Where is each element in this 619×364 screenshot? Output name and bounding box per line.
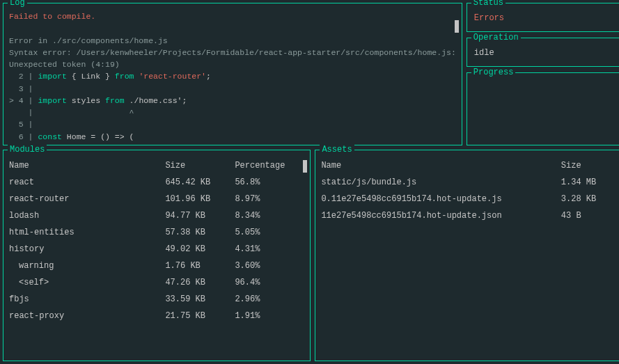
modules-title: Modules	[8, 145, 47, 155]
progress-title: Progress	[471, 68, 516, 77]
module-pct: 2.96%	[235, 291, 304, 308]
err-file: Error in ./src/components/home.js	[9, 36, 168, 45]
module-size: 21.75 KB	[165, 308, 235, 324]
table-row[interactable]: history49.02 KB4.31%	[9, 241, 304, 258]
module-size: 33.59 KB	[165, 291, 235, 308]
code: styles	[67, 96, 105, 105]
col-name-header: Name	[321, 157, 561, 174]
module-size: 101.96 KB	[165, 191, 235, 207]
assets-header-row: Name Size	[321, 157, 616, 174]
table-row[interactable]: 11e27e5498cc6915b174.hot-update.json43 B	[321, 207, 616, 224]
line-gutter: 3 |	[9, 84, 33, 93]
status-title: Status	[471, 0, 506, 8]
table-row[interactable]: lodash94.77 KB8.34%	[9, 207, 304, 224]
asset-size: 43 B	[561, 207, 617, 224]
module-name: <self>	[9, 274, 165, 291]
module-size: 57.38 KB	[165, 224, 235, 241]
module-pct: 56.8%	[235, 174, 304, 191]
module-pct: 3.60%	[235, 258, 304, 274]
col-size-header: Size	[561, 157, 617, 174]
col-pct-header: Percentage	[235, 157, 304, 174]
table-row[interactable]: html-entities57.38 KB5.05%	[9, 224, 304, 241]
operation-title: Operation	[471, 33, 521, 42]
err-path: Syntax error: /Users/kenwheeler/Projects…	[9, 48, 456, 57]
operation-panel: Operation idle	[467, 38, 619, 67]
table-row[interactable]: react645.42 KB56.8%	[9, 174, 304, 191]
module-size: 47.26 KB	[165, 274, 235, 291]
code: ;	[182, 96, 187, 105]
log-body[interactable]: Failed to compile. Error in ./src/compon…	[9, 10, 456, 143]
module-size: 49.02 KB	[165, 241, 235, 258]
module-name: lodash	[9, 207, 165, 224]
module-pct: 5.05%	[235, 224, 304, 241]
right-column: Status Errors Operation idle Progress	[467, 3, 619, 145]
modules-panel: Modules Name Size Percentage react645.42…	[3, 150, 311, 361]
asset-size: 3.28 KB	[561, 191, 617, 207]
table-row[interactable]: warning1.76 KB3.60%	[9, 258, 304, 274]
err-token: Unexpected token (4:19)	[9, 60, 120, 69]
assets-title: Assets	[320, 145, 354, 155]
module-name: react	[9, 174, 165, 191]
code: { Link }	[67, 72, 115, 81]
log-panel: Log Failed to compile. Error in ./src/co…	[3, 3, 462, 145]
module-pct: 96.4%	[235, 274, 304, 291]
progress-panel: Progress	[467, 72, 619, 145]
module-pct: 4.31%	[235, 241, 304, 258]
module-name: react-proxy	[9, 308, 165, 324]
table-row[interactable]: <self>47.26 KB96.4%	[9, 274, 304, 291]
asset-size: 1.34 MB	[561, 174, 617, 191]
table-row[interactable]: react-proxy21.75 KB1.91%	[9, 308, 304, 324]
scrollbar-thumb[interactable]	[303, 160, 307, 173]
module-name: warning	[9, 258, 165, 274]
status-panel: Status Errors	[467, 3, 619, 32]
code: Home = () => (	[62, 132, 134, 141]
modules-header-row: Name Size Percentage	[9, 157, 304, 174]
module-name: react-router	[9, 191, 165, 207]
table-row[interactable]: react-router101.96 KB8.97%	[9, 191, 304, 207]
asset-name: 11e27e5498cc6915b174.hot-update.json	[321, 207, 561, 224]
module-pct: 8.97%	[235, 191, 304, 207]
module-name: fbjs	[9, 291, 165, 308]
line-gutter: 5 |	[9, 120, 33, 129]
kw: from	[105, 96, 125, 105]
str: 'react-router'	[139, 72, 206, 81]
line-gutter: 2 |	[9, 72, 38, 81]
table-row[interactable]: fbjs33.59 KB2.96%	[9, 291, 304, 308]
line-gutter: 6 |	[9, 132, 38, 141]
table-row[interactable]: 0.11e27e5498cc6915b174.hot-update.js3.28…	[321, 191, 616, 207]
module-pct: 1.91%	[235, 308, 304, 324]
kw: from	[115, 72, 134, 81]
module-size: 1.76 KB	[165, 258, 235, 274]
assets-table[interactable]: Name Size static/js/bundle.js1.34 MB0.11…	[321, 157, 616, 224]
asset-name: 0.11e27e5498cc6915b174.hot-update.js	[321, 191, 561, 207]
bottom-row: Modules Name Size Percentage react645.42…	[3, 150, 619, 361]
col-size-header: Size	[165, 157, 235, 174]
table-row[interactable]: static/js/bundle.js1.34 MB	[321, 174, 616, 191]
line-gutter: > 4 |	[9, 96, 38, 105]
caret-line: | ^	[9, 108, 134, 117]
log-title: Log	[8, 0, 27, 8]
code: ;	[206, 72, 211, 81]
asset-name: static/js/bundle.js	[321, 174, 561, 191]
scrollbar-thumb[interactable]	[455, 20, 459, 33]
kw: import	[38, 96, 66, 105]
kw: const	[38, 132, 62, 141]
assets-panel: Assets Name Size static/js/bundle.js1.34…	[315, 150, 619, 361]
kw: import	[38, 72, 66, 81]
operation-value: idle	[474, 48, 494, 58]
col-name-header: Name	[9, 157, 165, 174]
module-size: 645.42 KB	[165, 174, 235, 191]
module-name: history	[9, 241, 165, 258]
module-pct: 8.34%	[235, 207, 304, 224]
compile-fail-msg: Failed to compile.	[9, 12, 95, 21]
modules-table[interactable]: Name Size Percentage react645.42 KB56.8%…	[9, 157, 304, 324]
module-name: html-entities	[9, 224, 165, 241]
code: ./home.css'	[130, 96, 182, 105]
module-size: 94.77 KB	[165, 207, 235, 224]
code	[125, 96, 130, 105]
status-value: Errors	[474, 13, 504, 23]
